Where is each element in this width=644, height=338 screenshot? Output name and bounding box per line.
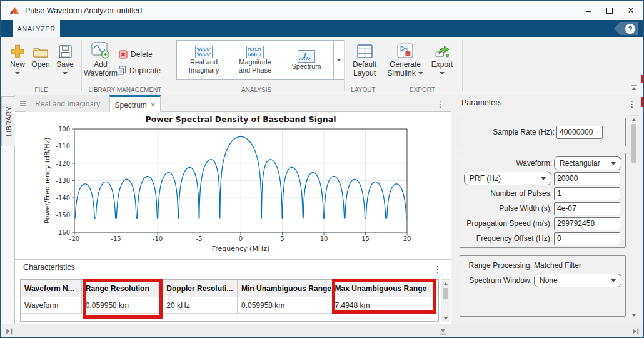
new-plus-icon [10,40,25,59]
scroll-up-icon[interactable] [441,280,450,287]
ribbon-collapse-button[interactable] [630,82,638,93]
psd-chart[interactable]: -20-15-10-505101520-160-150-140-130-120-… [15,112,451,259]
sample-rate-field[interactable] [556,126,603,139]
new-button[interactable]: New [6,40,29,74]
gallery-item-magnitude-phase[interactable]: Magnitude and Phase [231,46,279,74]
toolstrip: New Open Save FILE Add Waveform [1,37,643,95]
waveform-select[interactable]: Rectangular [554,156,621,170]
maximize-button[interactable] [599,1,620,20]
cell-min-unambiguous-range: 0.059958 km [238,297,331,314]
cell-range-resolution: 0.059958 km [82,297,163,314]
svg-text:Power/Frequency (dB/Hz): Power/Frequency (dB/Hz) [43,137,51,223]
real-imaginary-label: Real and Imaginary [181,58,226,74]
scroll-down-icon[interactable] [630,312,638,319]
propagation-speed-field[interactable] [554,217,620,230]
chevron-down-icon [440,72,445,74]
duplicate-icon [117,66,126,75]
header-cell-waveform-name: Waveform N... [21,280,82,297]
svg-text:-110: -110 [56,143,70,150]
spectrum-window-select[interactable]: None [534,274,621,287]
svg-text:-20: -20 [69,235,79,242]
default-layout-label: Default Layout [348,61,381,78]
section-divider [383,40,383,91]
duplicate-button[interactable]: Duplicate [117,66,161,75]
scroll-down-icon[interactable] [441,315,450,322]
layout-section-label: LAYOUT [344,86,383,93]
header-cell-min-unambiguous-range: Min Unambiguous Range [238,280,331,297]
question-icon: ? [625,24,635,34]
characteristics-menu-button[interactable]: ⋮ [433,265,442,274]
table-scrollbar[interactable] [441,279,450,322]
section-divider [462,40,463,91]
header-cell-doppler-resolution: Doppler Resoluti... [163,280,238,297]
dock-left-icon[interactable] [5,327,13,335]
save-label: Save [56,61,73,69]
duplicate-label: Duplicate [129,66,161,75]
spectrum-icon [298,50,315,63]
save-button[interactable]: Save [54,40,76,74]
svg-text:0: 0 [239,235,243,242]
cell-doppler-resolution: 20 kHz [163,297,238,314]
number-of-pulses-field[interactable] [554,187,620,200]
magnitude-phase-label: Magnitude and Phase [233,58,278,74]
prf-field[interactable] [554,172,620,185]
svg-text:10: 10 [320,235,328,242]
tab-strip-menu-button[interactable]: ⋮ [436,100,445,108]
generate-simulink-button[interactable]: Generate Simulink [385,40,425,78]
gallery-item-spectrum[interactable]: Spectrum [282,50,331,71]
scroll-up-icon[interactable] [630,116,638,123]
titlebar: Pulse Waveform Analyzer-untitled – × [1,1,643,20]
document-area: Real and Imaginary Spectrum × ⋮ -20-15-1… [15,95,451,324]
svg-text:Power Spectral Density of Base: Power Spectral Density of Baseband Signa… [146,115,336,124]
pulse-width-label: Pulse Width (s): [464,204,554,213]
number-of-pulses-label: Number of Pulses: [464,189,554,198]
export-arrow-icon [434,40,451,59]
section-divider [81,40,82,91]
gallery-dropdown-button[interactable] [334,40,345,80]
svg-text:-10: -10 [153,235,163,242]
window-title: Pulse Waveform Analyzer-untitled [25,6,142,15]
spectrum-window-value: None [540,276,611,285]
grip-icon[interactable] [20,101,26,102]
chevron-down-icon [611,162,616,165]
tab-spectrum[interactable]: Spectrum × [109,95,161,113]
pulse-width-field[interactable] [554,202,620,215]
dock-right-icon[interactable] [631,327,640,335]
help-button[interactable]: ? [614,22,638,35]
generate-simulink-label: Generate Simulink [386,61,424,78]
frequency-offset-field[interactable] [554,232,620,245]
tab-analyzer[interactable]: ANALYZER [13,20,60,37]
document-tab-strip: Real and Imaginary Spectrum × ⋮ [15,95,451,112]
real-imaginary-icon [195,46,213,58]
delete-button[interactable]: Delete [119,50,153,59]
parameters-panel: Parameters ⋮ Sample Rate (Hz): Waveform:… [451,95,644,324]
prf-select[interactable]: PRF (Hz) [464,172,551,185]
sidebar-tab-library[interactable]: LIBRARY [1,96,15,146]
parameters-menu-button[interactable]: ⋮ [628,100,636,108]
svg-text:-160: -160 [56,229,70,236]
waveform-group: Waveform: Rectangular PRF (Hz) Number of… [460,153,626,248]
export-button[interactable]: Export [428,40,456,74]
app-window: Pulse Waveform Analyzer-untitled – × ANA… [0,0,644,338]
divider [451,111,644,111]
minimize-button[interactable]: – [578,1,599,20]
tab-real-and-imaginary[interactable]: Real and Imaginary [26,95,109,112]
scrollbar-thumb[interactable] [631,124,636,163]
minimize-icon: – [586,6,591,16]
workspace: LIBRARY Real and Imaginary Spectrum × ⋮ … [1,95,643,324]
close-button[interactable]: × [620,1,641,20]
default-layout-button[interactable]: Default Layout [348,40,381,78]
tab-close-icon[interactable]: × [151,100,156,110]
parameters-scrollbar[interactable] [630,115,638,319]
magnitude-phase-icon [246,46,264,58]
scrollbar-thumb[interactable] [443,288,448,299]
table-row[interactable]: Waveform 0.059958 km 20 kHz 0.059958 km … [21,297,438,314]
open-button[interactable]: Open [29,40,53,69]
characteristics-table: Waveform N... Range Resolution Doppler R… [20,279,439,322]
table-header-row: Waveform N... Range Resolution Doppler R… [21,280,438,297]
minimize-panel-icon[interactable] [439,327,447,335]
add-waveform-button[interactable]: Add Waveform [84,40,118,78]
characteristics-panel: Characteristics ⋮ Waveform N... Range Re… [15,259,451,324]
gallery-item-real-imaginary[interactable]: Real and Imaginary [179,46,228,74]
characteristics-title: Characteristics [23,263,75,272]
